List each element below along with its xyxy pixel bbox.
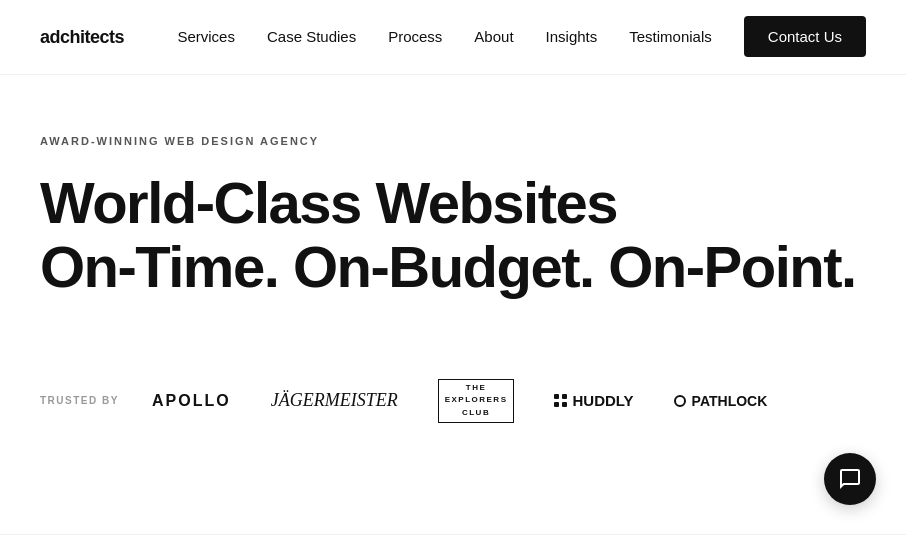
- hero-section: AWARD-WINNING WEB DESIGN AGENCY World-Cl…: [0, 75, 906, 339]
- hero-eyebrow: AWARD-WINNING WEB DESIGN AGENCY: [40, 135, 866, 147]
- nav-item-insights[interactable]: Insights: [546, 28, 598, 45]
- nav-item-testimonials[interactable]: Testimonials: [629, 28, 712, 45]
- trusted-by-label: TRUSTED BY: [40, 395, 120, 406]
- contact-us-button[interactable]: Contact Us: [744, 16, 866, 57]
- hero-title: World-Class Websites On-Time. On-Budget.…: [40, 171, 866, 299]
- chat-icon: [838, 467, 862, 491]
- brand-logo[interactable]: adchitects: [40, 27, 124, 48]
- nav-links: Services Case Studies Process About Insi…: [177, 28, 866, 46]
- trusted-by-section: TRUSTED BY APOLLO Jägermeister THE EXPLO…: [0, 339, 906, 423]
- nav-item-about[interactable]: About: [474, 28, 513, 45]
- hero-title-line1: World-Class Websites: [40, 170, 617, 235]
- brand-logos-row: APOLLO Jägermeister THE EXPLORERS CLUB H…: [152, 379, 767, 423]
- chat-button[interactable]: [824, 453, 876, 505]
- brand-explorers-club: THE EXPLORERS CLUB: [438, 379, 515, 423]
- nav-item-process[interactable]: Process: [388, 28, 442, 45]
- navbar: adchitects Services Case Studies Process…: [0, 0, 906, 75]
- hero-title-line2: On-Time. On-Budget. On-Point.: [40, 234, 856, 299]
- nav-item-case-studies[interactable]: Case Studies: [267, 28, 356, 45]
- pathlock-icon: [674, 395, 686, 407]
- brand-apollo: APOLLO: [152, 392, 231, 410]
- brand-huddly: Huddly: [554, 392, 633, 409]
- brand-jagermeister: Jägermeister: [271, 390, 398, 411]
- brand-pathlock: pathlock: [674, 393, 768, 409]
- nav-item-services[interactable]: Services: [177, 28, 235, 45]
- huddly-icon: [554, 394, 568, 408]
